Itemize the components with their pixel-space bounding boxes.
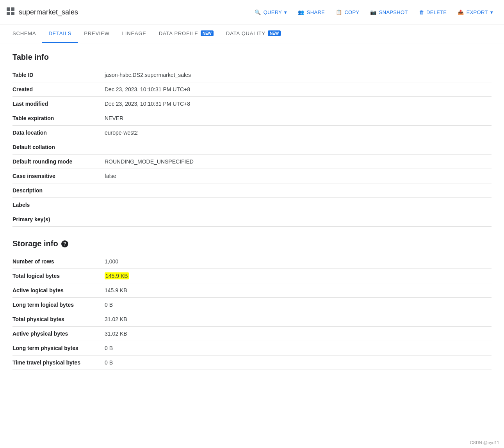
row-label: Data location [12, 126, 98, 140]
row-value: 31.02 KB [98, 312, 492, 327]
storage-info-row: Number of rows1,000 [12, 254, 492, 269]
table-info-row: Labels [12, 198, 492, 212]
snapshot-button[interactable]: 📷 SNAPSHOT [365, 7, 412, 18]
svg-rect-3 [11, 12, 14, 15]
row-label: Last modified [12, 97, 98, 111]
row-value: 145.9 KB [98, 269, 492, 283]
table-info-table: Table IDjason-hsbc.DS2.supermarket_sales… [12, 68, 492, 227]
row-value: 0 B [98, 341, 492, 356]
row-value: 1,000 [98, 254, 492, 269]
table-info-row: Primary key(s) [12, 212, 492, 227]
row-label: Long term logical bytes [12, 298, 98, 312]
delete-button[interactable]: 🗑 DELETE [414, 7, 452, 18]
table-name: supermarket_sales [19, 8, 78, 16]
export-dropdown-icon: ▾ [490, 9, 493, 15]
tab-preview[interactable]: PREVIEW [78, 25, 116, 43]
row-value: 31.02 KB [98, 327, 492, 341]
storage-info-row: Active physical bytes31.02 KB [12, 327, 492, 341]
row-label: Active logical bytes [12, 283, 98, 298]
row-label: Time travel physical bytes [12, 356, 98, 370]
row-value: false [98, 169, 492, 183]
table-info-row: Data locationeurope-west2 [12, 126, 492, 140]
storage-info-row: Total logical bytes145.9 KB [12, 269, 492, 283]
table-info-row: Table expirationNEVER [12, 111, 492, 126]
storage-info-row: Time travel physical bytes0 B [12, 356, 492, 370]
storage-info-row: Long term physical bytes0 B [12, 341, 492, 356]
copy-button[interactable]: 📋 COPY [331, 7, 364, 18]
export-icon: 📤 [458, 9, 464, 15]
row-label: Primary key(s) [12, 212, 98, 227]
row-value: Dec 23, 2023, 10:10:31 PM UTC+8 [98, 82, 492, 97]
storage-help-icon[interactable]: ? [61, 240, 68, 247]
share-button[interactable]: 👥 SHARE [293, 7, 329, 18]
tab-details[interactable]: DETAILS [42, 25, 78, 43]
query-button[interactable]: 🔍 QUERY ▾ [250, 7, 292, 18]
table-info-row: Default rounding modeROUNDING_MODE_UNSPE… [12, 155, 492, 169]
table-info-row: CreatedDec 23, 2023, 10:10:31 PM UTC+8 [12, 82, 492, 97]
row-value [98, 183, 492, 198]
storage-info-row: Long term logical bytes0 B [12, 298, 492, 312]
table-info-row: Description [12, 183, 492, 198]
row-label: Table expiration [12, 111, 98, 126]
svg-rect-1 [11, 7, 14, 11]
tab-lineage[interactable]: LINEAGE [116, 25, 153, 43]
row-label: Case insensitive [12, 169, 98, 183]
row-label: Default rounding mode [12, 155, 98, 169]
tab-data-quality[interactable]: DATA QUALITY NEW [220, 25, 287, 43]
storage-info-row: Total physical bytes31.02 KB [12, 312, 492, 327]
row-label: Created [12, 82, 98, 97]
row-label: Description [12, 183, 98, 198]
table-info-row: Table IDjason-hsbc.DS2.supermarket_sales [12, 68, 492, 82]
row-value [98, 140, 492, 155]
table-info-row: Default collation [12, 140, 492, 155]
row-value [98, 198, 492, 212]
row-label: Table ID [12, 68, 98, 82]
row-label: Default collation [12, 140, 98, 155]
export-button[interactable]: 📤 EXPORT ▾ [453, 7, 498, 18]
storage-info-title: Storage info ? [12, 239, 492, 248]
tab-bar: SCHEMA DETAILS PREVIEW LINEAGE DATA PROF… [0, 25, 504, 43]
storage-info-table: Number of rows1,000Total logical bytes14… [12, 254, 492, 370]
table-info-row: Last modifiedDec 23, 2023, 10:10:31 PM U… [12, 97, 492, 111]
row-value: 0 B [98, 298, 492, 312]
copy-icon: 📋 [336, 9, 342, 15]
tab-schema[interactable]: SCHEMA [6, 25, 42, 43]
toolbar: supermarket_sales 🔍 QUERY ▾ 👥 SHARE 📋 CO… [0, 0, 504, 25]
tab-data-profile[interactable]: DATA PROFILE NEW [153, 25, 220, 43]
row-value: jason-hsbc.DS2.supermarket_sales [98, 68, 492, 82]
snapshot-icon: 📷 [370, 9, 376, 15]
row-value: 0 B [98, 356, 492, 370]
table-info-title: Table info [12, 53, 492, 62]
toolbar-actions: 🔍 QUERY ▾ 👥 SHARE 📋 COPY 📷 SNAPSHOT 🗑 DE… [250, 7, 498, 18]
query-dropdown-icon: ▾ [284, 9, 287, 15]
data-quality-badge: NEW [268, 30, 281, 36]
svg-rect-0 [7, 7, 10, 11]
row-label: Long term physical bytes [12, 341, 98, 356]
table-info-row: Case insensitivefalse [12, 169, 492, 183]
row-label: Total physical bytes [12, 312, 98, 327]
row-value: europe-west2 [98, 126, 492, 140]
query-icon: 🔍 [255, 9, 261, 15]
grid-icon [6, 7, 15, 18]
delete-icon: 🗑 [419, 9, 424, 15]
highlighted-value: 145.9 KB [105, 272, 129, 279]
row-value: Dec 23, 2023, 10:10:31 PM UTC+8 [98, 97, 492, 111]
row-label: Active physical bytes [12, 327, 98, 341]
row-label: Labels [12, 198, 98, 212]
row-value: NEVER [98, 111, 492, 126]
row-value: ROUNDING_MODE_UNSPECIFIED [98, 155, 492, 169]
svg-rect-2 [7, 12, 10, 15]
row-label: Number of rows [12, 254, 98, 269]
storage-info-row: Active logical bytes145.9 KB [12, 283, 492, 298]
row-value [98, 212, 492, 227]
share-icon: 👥 [298, 9, 304, 15]
row-label: Total logical bytes [12, 269, 98, 283]
row-value: 145.9 KB [98, 283, 492, 298]
toolbar-title: supermarket_sales [6, 7, 78, 18]
main-content: Table info Table IDjason-hsbc.DS2.superm… [0, 43, 504, 392]
data-profile-badge: NEW [201, 30, 214, 36]
